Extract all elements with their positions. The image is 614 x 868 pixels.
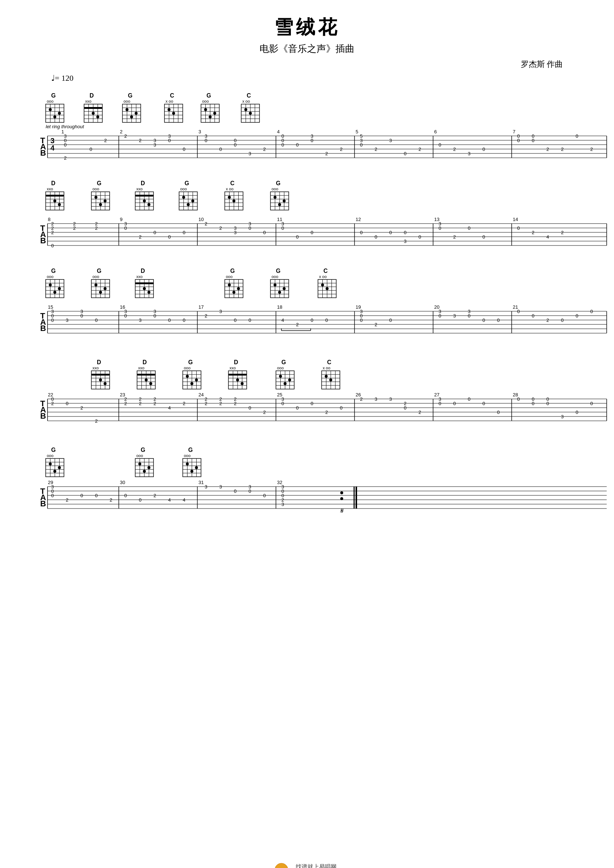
svg-text:4: 4 <box>168 497 171 503</box>
svg-rect-186 <box>135 195 154 197</box>
svg-point-187 <box>143 200 146 202</box>
svg-point-355 <box>283 287 286 290</box>
svg-text:0: 0 <box>249 318 251 323</box>
svg-text:B: B <box>40 324 46 333</box>
svg-point-608 <box>148 466 151 469</box>
svg-point-201 <box>191 200 194 202</box>
svg-point-74 <box>244 108 247 111</box>
svg-text:2: 2 <box>110 497 112 503</box>
svg-text:3: 3 <box>404 239 406 244</box>
svg-text:2: 2 <box>51 230 54 235</box>
svg-point-366 <box>321 284 324 287</box>
svg-text:3: 3 <box>453 313 456 319</box>
svg-text:24: 24 <box>199 392 204 397</box>
svg-point-314 <box>95 284 98 287</box>
svg-text:4: 4 <box>546 234 549 240</box>
svg-text:0: 0 <box>576 409 578 415</box>
svg-point-302 <box>53 291 56 294</box>
svg-text:0: 0 <box>590 309 593 314</box>
svg-text:3: 3 <box>561 414 564 419</box>
svg-text:3: 3 <box>281 502 284 507</box>
svg-text:31: 31 <box>199 480 204 485</box>
svg-text:0: 0 <box>168 138 171 143</box>
svg-point-24 <box>92 112 95 115</box>
svg-text:2: 2 <box>325 409 328 415</box>
svg-point-38 <box>135 112 138 115</box>
svg-text:♪: ♪ <box>280 866 283 868</box>
svg-text:3: 3 <box>375 396 377 402</box>
svg-point-199 <box>182 196 185 199</box>
svg-text:2: 2 <box>325 151 328 157</box>
svg-text:2: 2 <box>263 409 266 415</box>
svg-text:0: 0 <box>219 146 222 152</box>
svg-point-175 <box>104 200 107 202</box>
svg-text:0: 0 <box>139 497 141 503</box>
svg-text:0: 0 <box>168 234 171 240</box>
svg-text:3: 3 <box>249 151 251 157</box>
title-section: 雪绒花 电影《音乐之声》插曲 <box>22 15 592 55</box>
svg-text:G: G <box>128 92 132 99</box>
svg-text:9: 9 <box>120 217 123 222</box>
svg-text:0: 0 <box>546 401 549 406</box>
svg-text:2: 2 <box>532 230 534 235</box>
svg-text:4: 4 <box>183 497 185 503</box>
svg-text:0: 0 <box>389 230 392 235</box>
svg-text:2: 2 <box>124 401 127 406</box>
svg-text:0: 0 <box>438 401 441 406</box>
svg-text:0: 0 <box>389 318 392 323</box>
svg-text:0: 0 <box>263 493 266 498</box>
svg-text:3: 3 <box>66 318 68 323</box>
svg-text:D: D <box>90 92 94 99</box>
svg-text:0: 0 <box>296 405 298 411</box>
svg-text:0: 0 <box>497 409 500 415</box>
svg-rect-327 <box>135 282 154 284</box>
svg-text:ooo: ooo <box>184 453 190 458</box>
svg-text:G: G <box>51 447 56 453</box>
svg-text:0: 0 <box>311 230 313 235</box>
svg-point-472 <box>190 382 193 385</box>
svg-text:4: 4 <box>168 405 171 411</box>
svg-text:0: 0 <box>438 142 441 147</box>
svg-text:6: 6 <box>434 129 437 135</box>
svg-point-162 <box>58 203 61 206</box>
svg-text:0: 0 <box>95 493 98 498</box>
svg-text:C: C <box>323 268 328 274</box>
svg-point-303 <box>58 287 61 290</box>
svg-text:2: 2 <box>340 146 342 152</box>
website-label: 找谱就上易唱网 <box>292 863 340 868</box>
svg-point-620 <box>190 470 193 473</box>
svg-text:0: 0 <box>90 146 92 152</box>
svg-text:ooo: ooo <box>180 187 187 191</box>
svg-text:0: 0 <box>325 318 328 323</box>
svg-text:0: 0 <box>296 234 298 240</box>
svg-text:0: 0 <box>51 318 54 323</box>
svg-text:2: 2 <box>561 146 564 152</box>
svg-text:0: 0 <box>590 401 593 406</box>
svg-point-11 <box>53 115 56 118</box>
svg-text:G: G <box>97 268 101 274</box>
svg-text:0: 0 <box>263 230 266 235</box>
svg-text:G: G <box>51 268 56 274</box>
svg-text:0: 0 <box>576 313 578 319</box>
svg-text:D: D <box>234 359 238 365</box>
svg-point-225 <box>278 203 281 206</box>
svg-text:xxo: xxo <box>136 274 143 279</box>
svg-point-498 <box>284 382 286 385</box>
svg-point-473 <box>195 378 198 381</box>
svg-point-61 <box>204 108 207 111</box>
tempo-marking: ♩= 120 <box>51 73 73 83</box>
svg-point-595 <box>58 466 61 469</box>
svg-text:B: B <box>40 499 46 508</box>
svg-text:0: 0 <box>234 142 236 147</box>
svg-text:2: 2 <box>453 234 456 240</box>
svg-text:0: 0 <box>249 488 251 494</box>
svg-text:2: 2 <box>139 138 141 143</box>
svg-text:ooo: ooo <box>92 274 99 279</box>
svg-text:0: 0 <box>360 230 362 235</box>
svg-text:0: 0 <box>453 401 456 406</box>
svg-text:4: 4 <box>277 129 280 135</box>
svg-text:0: 0 <box>249 405 251 411</box>
svg-text:G: G <box>230 268 235 274</box>
svg-text:3: 3 <box>139 318 141 323</box>
svg-point-367 <box>326 287 328 290</box>
